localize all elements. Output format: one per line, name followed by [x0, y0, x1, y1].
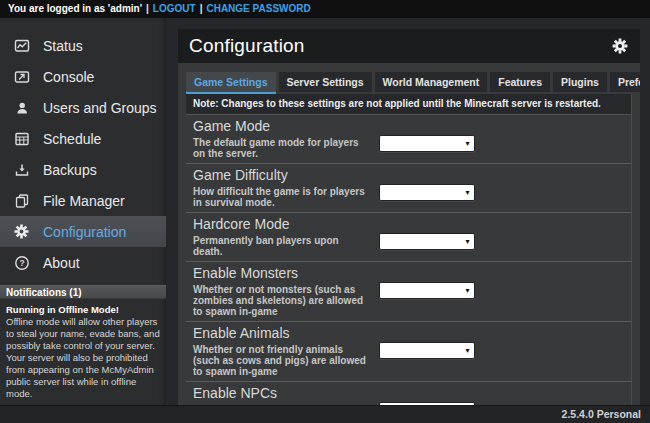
settings-gear-icon[interactable]	[611, 37, 629, 55]
setting-title: Game Mode	[193, 118, 624, 134]
setting-description: How difficult the game is for players in…	[193, 184, 369, 208]
notification-item: Running in Offline Mode! Offline mode wi…	[0, 299, 166, 400]
setting-description: The default game mode for players on the…	[193, 135, 369, 159]
setting-enable-npcs: Enable NPCs Whether or not friendly mobs…	[186, 382, 631, 405]
restart-note: Note: Changes to these settings are not …	[186, 94, 631, 115]
chevron-down-icon: ▾	[463, 346, 472, 356]
notification-text: Offline mode will allow other players to…	[6, 316, 161, 400]
setting-game-mode: Game Mode The default game mode for play…	[186, 115, 631, 164]
setting-enable-animals: Enable Animals Whether or not friendly a…	[186, 322, 631, 382]
enable-monsters-select[interactable]: ▾	[379, 282, 475, 299]
status-bar: 2.5.4.0 Personal	[0, 405, 650, 423]
setting-game-difficulty: Game Difficulty How difficult the game i…	[186, 164, 631, 213]
tab-plugins[interactable]: Plugins	[553, 72, 607, 92]
configuration-icon	[13, 223, 30, 240]
game-mode-select[interactable]: ▾	[379, 135, 475, 152]
sidebar-item-label: File Manager	[43, 193, 125, 209]
game-difficulty-select[interactable]: ▾	[379, 184, 475, 201]
chevron-down-icon: ▾	[463, 286, 472, 296]
sidebar-item-backups[interactable]: Backups	[0, 154, 166, 185]
panel-body: Game Settings Server Settings World Mana…	[178, 63, 640, 405]
tab-game-settings[interactable]: Game Settings	[186, 72, 276, 92]
users-icon	[13, 99, 30, 116]
tab-preferences[interactable]: Preferences	[610, 72, 640, 92]
sidebar-item-label: Schedule	[43, 131, 101, 147]
setting-hardcore-mode: Hardcore Mode Permanently ban players up…	[186, 213, 631, 262]
about-icon: ?	[13, 254, 30, 271]
console-icon	[13, 68, 30, 85]
mcmyadmin-app: You are logged in as 'admin'|LOGOUT|CHAN…	[0, 0, 650, 423]
separator: |	[142, 3, 153, 14]
status-icon	[13, 37, 30, 54]
separator: |	[196, 3, 207, 14]
setting-title: Enable Animals	[193, 325, 624, 341]
notifications-header: Notifications (1)	[0, 285, 166, 299]
game-settings-tab-content: Note: Changes to these settings are not …	[186, 94, 632, 405]
hardcore-mode-select[interactable]: ▾	[379, 233, 475, 250]
chevron-down-icon: ▾	[463, 139, 472, 149]
setting-title: Enable NPCs	[193, 385, 624, 401]
logged-in-text: You are logged in as 'admin'	[8, 3, 142, 14]
configuration-panel: Configuration Game Settings Server Setti…	[178, 29, 640, 405]
sidebar-item-file-manager[interactable]: File Manager	[0, 185, 166, 216]
sidebar-item-label: About	[43, 255, 80, 271]
sidebar-item-about[interactable]: ? About	[0, 247, 166, 278]
chevron-down-icon: ▾	[463, 188, 472, 198]
version-label: 2.5.4.0 Personal	[562, 408, 641, 420]
sidebar-nav: Status Console Users and Groups Schedule	[0, 18, 166, 278]
session-bar: You are logged in as 'admin'|LOGOUT|CHAN…	[0, 0, 650, 18]
enable-animals-select[interactable]: ▾	[379, 342, 475, 359]
schedule-icon	[13, 130, 30, 147]
tab-server-settings[interactable]: Server Settings	[279, 72, 372, 92]
logout-link[interactable]: LOGOUT	[153, 3, 196, 14]
backups-icon	[13, 161, 30, 178]
sidebar-item-label: Backups	[43, 162, 97, 178]
setting-title: Hardcore Mode	[193, 216, 624, 232]
change-password-link[interactable]: CHANGE PASSWORD	[206, 3, 310, 14]
tab-features[interactable]: Features	[490, 72, 550, 92]
tab-world-management[interactable]: World Management	[375, 72, 488, 92]
setting-description: Whether or not monsters (such as zombies…	[193, 282, 369, 317]
sidebar-item-label: Users and Groups	[43, 100, 157, 116]
setting-enable-monsters: Enable Monsters Whether or not monsters …	[186, 262, 631, 322]
sidebar-item-schedule[interactable]: Schedule	[0, 123, 166, 154]
file-manager-icon	[13, 192, 30, 209]
tab-bar: Game Settings Server Settings World Mana…	[186, 72, 632, 92]
panel-header: Configuration	[178, 29, 640, 63]
setting-title: Enable Monsters	[193, 265, 624, 281]
sidebar-item-status[interactable]: Status	[0, 30, 166, 61]
setting-title: Game Difficulty	[193, 167, 624, 183]
page-title: Configuration	[189, 35, 305, 57]
setting-description: Permanently ban players upon death.	[193, 233, 369, 257]
sidebar-item-label: Console	[43, 69, 94, 85]
sidebar-item-users-and-groups[interactable]: Users and Groups	[0, 92, 166, 123]
notification-title: Running in Offline Mode!	[6, 304, 161, 316]
sidebar-item-configuration[interactable]: Configuration	[0, 216, 166, 247]
sidebar: Status Console Users and Groups Schedule	[0, 18, 166, 405]
svg-text:?: ?	[19, 258, 24, 268]
setting-description: Whether or not friendly animals (such as…	[193, 342, 369, 377]
sidebar-item-label: Status	[43, 38, 83, 54]
chevron-down-icon: ▾	[463, 237, 472, 247]
main-area: Configuration Game Settings Server Setti…	[166, 18, 650, 405]
sidebar-item-console[interactable]: Console	[0, 61, 166, 92]
sidebar-item-label: Configuration	[43, 224, 126, 240]
